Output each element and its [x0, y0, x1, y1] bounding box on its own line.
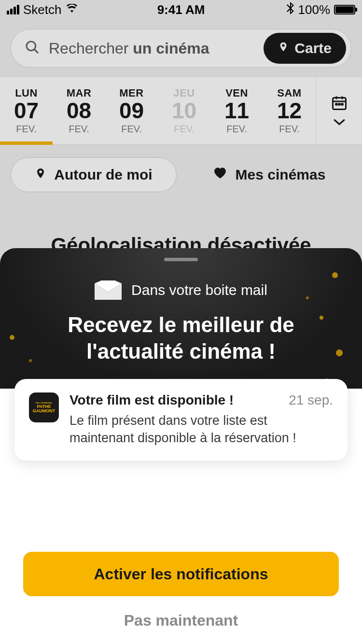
secondary-label: Pas maintenant [124, 612, 238, 629]
envelope-icon [95, 280, 122, 300]
app-icon: les cinémas PATHE GAUMONT [29, 392, 59, 422]
sparkle-icon [336, 350, 343, 356]
sheet-title: Recevez le meilleur de l'actualité ciném… [19, 311, 343, 364]
notif-body: Votre film est disponible ! 21 sep. Le f… [70, 392, 333, 447]
notif-text: Le film présent dans votre liste est mai… [70, 412, 333, 447]
sparkle-icon [29, 359, 32, 362]
sparkle-icon [306, 296, 309, 299]
sparkle-icon [320, 316, 323, 320]
notification-preview-card: les cinémas PATHE GAUMONT Votre film est… [14, 379, 348, 461]
sheet-actions: Activer les notifications Pas maintenant [0, 552, 362, 644]
not-now-button[interactable]: Pas maintenant [23, 612, 339, 630]
sparkle-icon [10, 335, 14, 340]
primary-label: Activer les notifications [94, 565, 268, 583]
sheet-header: Dans votre boite mail Recevez le meilleu… [0, 248, 362, 389]
mail-row: Dans votre boite mail [19, 280, 343, 300]
notif-date: 21 sep. [289, 392, 333, 408]
notification-sheet: Dans votre boite mail Recevez le meilleu… [0, 248, 362, 644]
sheet-grabber[interactable] [164, 258, 198, 261]
notif-title: Votre film est disponible ! [70, 392, 234, 408]
sparkle-icon [332, 272, 338, 278]
enable-notifications-button[interactable]: Activer les notifications [23, 552, 339, 596]
mail-subtitle: Dans votre boite mail [131, 282, 267, 298]
